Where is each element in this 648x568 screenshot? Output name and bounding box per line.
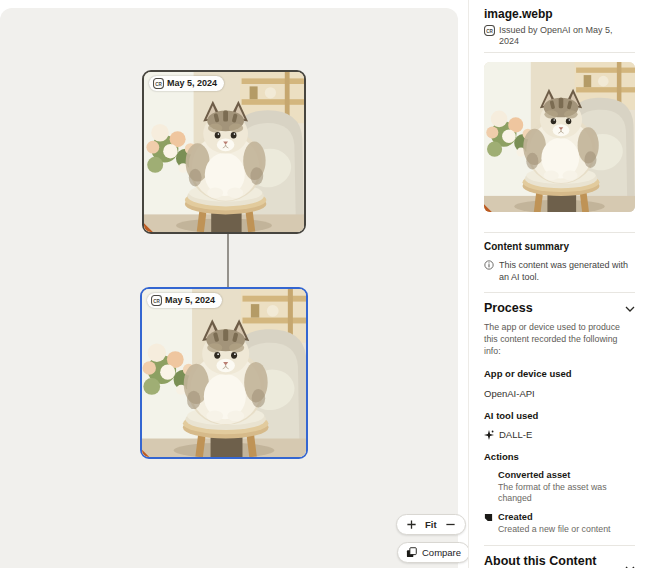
action-detail: Created a new file or content [498, 524, 635, 535]
actions-label: Actions [484, 451, 635, 462]
divider [484, 232, 635, 233]
app-used-label: App or device used [484, 368, 635, 379]
zoom-in-button[interactable] [406, 519, 417, 530]
action-title: Converted asset [498, 470, 635, 480]
about-section-header[interactable]: About this Content Credential [484, 554, 635, 568]
cr-icon [153, 78, 164, 89]
compare-button-label: Compare [422, 547, 461, 558]
chevron-down-icon [625, 306, 635, 312]
credential-date-badge: May 5, 2024 [149, 76, 224, 91]
content-summary-row: This content was generated with an AI to… [484, 259, 635, 283]
issuer-summary-row: Issued by OpenAI on May 5, 2024 [484, 25, 635, 47]
credential-inspector-sidebar: image.webp Issued by OpenAI on May 5, 20… [468, 0, 648, 568]
minus-icon [445, 519, 456, 530]
credential-date-badge: May 5, 2024 [147, 293, 222, 308]
divider [484, 52, 635, 53]
sparkle-icon [484, 430, 494, 440]
created-icon [484, 513, 493, 522]
compare-icon [406, 547, 417, 558]
process-description: The app or device used to produce this c… [484, 321, 635, 357]
ai-tool-row: DALL-E [484, 429, 635, 440]
issuer-summary-label: Issued by OpenAI on May 5, 2024 [499, 25, 635, 47]
cr-icon [484, 25, 495, 36]
action-item-created: Created Created a new file or content [484, 512, 635, 535]
zoom-controls: Fit [396, 514, 466, 535]
cr-icon [151, 295, 162, 306]
process-section-header[interactable]: Process [484, 301, 635, 316]
cat-image [144, 72, 304, 232]
cat-image [484, 62, 635, 212]
divider [484, 545, 635, 546]
process-heading: Process [484, 301, 533, 316]
provenance-canvas[interactable]: May 5, 2024 May 5, 2024 Fit Compare [0, 8, 458, 568]
action-title: Created [498, 512, 533, 522]
zoom-out-button[interactable] [445, 519, 456, 530]
file-name-title: image.webp [484, 7, 635, 21]
asset-thumbnail [484, 62, 635, 212]
content-summary-text: This content was generated with an AI to… [499, 259, 635, 283]
compare-button[interactable]: Compare [397, 542, 470, 563]
cat-image [142, 289, 306, 457]
plus-icon [406, 519, 417, 530]
provenance-node-source[interactable]: May 5, 2024 [142, 70, 306, 234]
action-item-converted: Converted asset The format of the asset … [484, 470, 635, 504]
divider [484, 292, 635, 293]
badge-date-label: May 5, 2024 [165, 295, 215, 306]
fit-button[interactable]: Fit [425, 519, 437, 530]
info-icon [484, 260, 494, 270]
app-used-value: OpenAI-API [484, 388, 635, 399]
ai-tool-label: AI tool used [484, 410, 635, 421]
provenance-node-selected[interactable]: May 5, 2024 [140, 287, 308, 459]
action-detail: The format of the asset was changed [498, 482, 635, 504]
ai-tool-value: DALL-E [499, 429, 532, 440]
provenance-connector-line [227, 225, 229, 287]
content-summary-heading: Content summary [484, 241, 635, 252]
badge-date-label: May 5, 2024 [167, 78, 217, 89]
about-heading: About this Content Credential [484, 554, 602, 568]
